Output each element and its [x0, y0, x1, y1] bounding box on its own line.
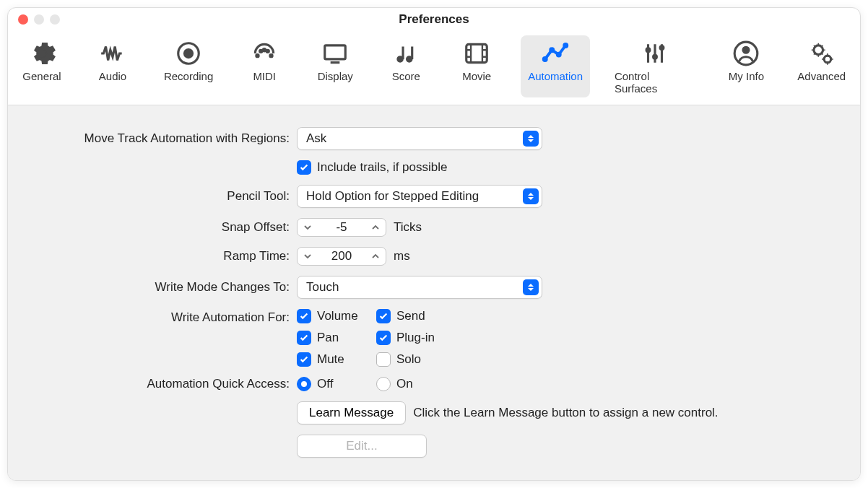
- tab-label: Recording: [164, 70, 213, 82]
- include-trails-checkbox[interactable]: Include trails, if possible: [297, 160, 447, 175]
- radio-selected-icon: [297, 377, 311, 391]
- svg-point-15: [646, 48, 650, 52]
- snap-offset-label: Snap Offset:: [30, 220, 297, 235]
- move-track-label: Move Track Automation with Regions:: [30, 131, 297, 146]
- traffic-lights: [18, 14, 60, 25]
- radio-label: Off: [317, 377, 333, 391]
- tab-my-info[interactable]: My Info: [719, 35, 773, 97]
- stepper-value: 200: [327, 249, 356, 263]
- tab-label: Advanced: [797, 70, 846, 82]
- automation-pane: Move Track Automation with Regions: Ask …: [8, 105, 860, 480]
- tab-general[interactable]: General: [15, 35, 69, 97]
- person-icon: [732, 40, 760, 67]
- snap-offset-unit: Ticks: [394, 220, 422, 235]
- tab-audio[interactable]: Audio: [86, 35, 139, 97]
- popup-arrows-icon: [523, 279, 539, 295]
- gear-icon: [28, 40, 56, 67]
- chevron-up-icon[interactable]: [370, 222, 381, 233]
- write-mode-label: Write Mode Changes To:: [30, 280, 297, 295]
- chevron-down-icon[interactable]: [302, 222, 313, 233]
- tab-control-surfaces[interactable]: Control Surfaces: [607, 35, 702, 97]
- svg-point-2: [256, 54, 259, 58]
- radio-label: On: [396, 377, 413, 391]
- write-plugin-checkbox[interactable]: Plug-in: [376, 331, 485, 345]
- write-for-label: Write Automation For:: [30, 309, 297, 325]
- ramp-time-stepper[interactable]: 200: [297, 247, 386, 266]
- checkbox-label: Pan: [317, 331, 339, 345]
- tab-advanced[interactable]: Advanced: [790, 35, 853, 97]
- popup-arrows-icon: [523, 188, 539, 204]
- svg-point-20: [814, 45, 823, 55]
- tab-recording[interactable]: Recording: [157, 35, 220, 97]
- tab-label: General: [22, 70, 61, 82]
- quick-access-on-radio[interactable]: On: [376, 377, 485, 391]
- quick-access-label: Automation Quick Access:: [30, 377, 297, 391]
- svg-point-19: [743, 47, 750, 54]
- checkmark-icon: [297, 331, 311, 345]
- tab-label: My Info: [729, 70, 764, 82]
- film-icon: [463, 40, 490, 67]
- checkmark-icon: [376, 309, 391, 323]
- automation-icon: [542, 40, 569, 67]
- popup-value: Touch: [306, 280, 339, 295]
- snap-offset-stepper[interactable]: -5: [297, 218, 386, 237]
- svg-point-14: [563, 43, 568, 48]
- write-solo-checkbox[interactable]: Solo: [376, 352, 485, 367]
- tab-movie[interactable]: Movie: [450, 35, 503, 97]
- write-mode-popup[interactable]: Touch: [297, 276, 542, 299]
- preferences-window: Preferences General Audio Recording MIDI: [7, 7, 861, 481]
- checkbox-label: Volume: [317, 309, 358, 323]
- quick-access-off-radio[interactable]: Off: [297, 377, 376, 391]
- record-icon: [175, 40, 202, 67]
- close-button[interactable]: [18, 14, 28, 25]
- checkmark-icon: [297, 352, 311, 367]
- svg-point-6: [269, 54, 273, 58]
- checkbox-label: Include trails, if possible: [317, 160, 447, 175]
- midi-icon: [251, 40, 278, 67]
- edit-button: Edit...: [297, 435, 427, 458]
- checkmark-icon: [297, 309, 311, 323]
- sliders-icon: [641, 40, 669, 67]
- tab-midi[interactable]: MIDI: [238, 35, 291, 97]
- checkbox-label: Plug-in: [396, 331, 435, 345]
- checkbox-label: Solo: [396, 352, 421, 367]
- tab-label: Movie: [462, 70, 491, 82]
- write-volume-checkbox[interactable]: Volume: [297, 309, 376, 323]
- tab-automation[interactable]: Automation: [521, 35, 590, 97]
- svg-point-12: [550, 48, 554, 52]
- move-track-popup[interactable]: Ask: [297, 127, 542, 150]
- tab-label: MIDI: [253, 70, 276, 82]
- svg-point-16: [653, 55, 657, 59]
- music-notes-icon: [392, 40, 420, 67]
- write-send-checkbox[interactable]: Send: [376, 309, 485, 323]
- write-pan-checkbox[interactable]: Pan: [297, 331, 376, 345]
- titlebar: Preferences: [8, 8, 860, 31]
- tab-label: Display: [318, 70, 353, 82]
- pencil-tool-popup[interactable]: Hold Option for Stepped Editing: [297, 185, 542, 208]
- svg-point-11: [543, 57, 547, 61]
- pencil-tool-label: Pencil Tool:: [30, 189, 297, 204]
- display-icon: [321, 40, 349, 67]
- chevron-up-icon[interactable]: [370, 250, 381, 262]
- learn-message-hint: Click the Learn Message button to assign…: [413, 406, 718, 420]
- checkbox-empty-icon: [376, 352, 391, 367]
- svg-rect-10: [466, 44, 487, 62]
- tab-display[interactable]: Display: [308, 35, 362, 97]
- checkmark-icon: [297, 160, 311, 175]
- tab-label: Audio: [99, 70, 126, 82]
- tab-label: Score: [392, 70, 420, 82]
- svg-point-21: [824, 56, 831, 63]
- svg-rect-7: [325, 45, 346, 59]
- tab-label: Control Surfaces: [615, 70, 695, 95]
- popup-arrows-icon: [523, 131, 539, 147]
- svg-point-13: [557, 52, 561, 56]
- learn-message-button[interactable]: Learn Message: [297, 401, 406, 424]
- chevron-down-icon[interactable]: [302, 250, 313, 262]
- minimize-button[interactable]: [34, 14, 44, 25]
- svg-point-1: [184, 49, 194, 58]
- maximize-button[interactable]: [50, 14, 60, 25]
- popup-value: Hold Option for Stepped Editing: [306, 189, 479, 204]
- tab-score[interactable]: Score: [379, 35, 433, 97]
- checkbox-label: Send: [396, 309, 425, 323]
- write-mute-checkbox[interactable]: Mute: [297, 352, 376, 367]
